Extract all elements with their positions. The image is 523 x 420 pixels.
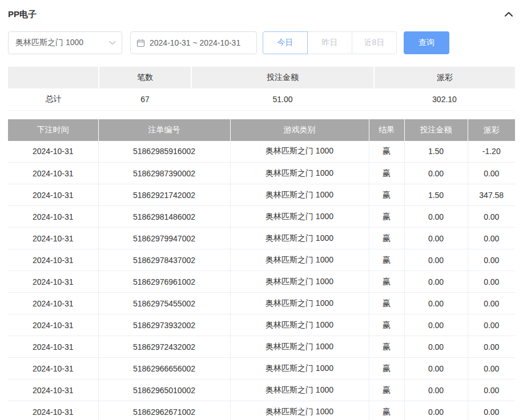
cell-order-number: 51862972432002 — [98, 336, 230, 358]
table-row: 2024-10-3151862987390002奥林匹斯之门 1000赢0.00… — [8, 163, 515, 184]
cell-order-number: 51862921742002 — [98, 184, 230, 206]
cell-payout: 0.00 — [468, 336, 515, 358]
cell-payout: 0.00 — [468, 249, 515, 271]
cell-bet-time: 2024-10-31 — [8, 184, 98, 206]
cell-result: 赢 — [369, 336, 404, 358]
cell-result: 赢 — [369, 358, 404, 379]
cell-bet-amount: 0.00 — [404, 358, 468, 379]
cell-bet-amount: 0.00 — [404, 163, 468, 184]
table-row: 2024-10-3151862979947002奥林匹斯之门 1000赢0.00… — [8, 228, 515, 249]
cell-result: 赢 — [369, 314, 404, 336]
cell-bet-time: 2024-10-31 — [8, 271, 98, 293]
cell-bet-amount: 0.00 — [404, 336, 468, 358]
col-header-order-number: 注单编号 — [98, 119, 230, 141]
cell-game-type: 奥林匹斯之门 1000 — [230, 228, 369, 249]
cell-result: 赢 — [369, 249, 404, 271]
summary-header-empty — [8, 67, 99, 88]
table-row: 2024-10-3151862978437002奥林匹斯之门 1000赢0.00… — [8, 249, 515, 271]
cell-result: 赢 — [369, 163, 404, 184]
summary-total-label: 总计 — [8, 88, 99, 110]
cell-game-type: 奥林匹斯之门 1000 — [230, 401, 369, 420]
cell-result: 赢 — [369, 206, 404, 228]
cell-game-type: 奥林匹斯之门 1000 — [230, 141, 369, 163]
cell-bet-time: 2024-10-31 — [8, 228, 98, 249]
cell-payout: -1.20 — [468, 141, 515, 163]
cell-order-number: 51862962671002 — [98, 401, 230, 420]
cell-order-number: 51862976961002 — [98, 271, 230, 293]
cell-payout: 0.00 — [468, 293, 515, 314]
table-row: 2024-10-3151862965010002奥林匹斯之门 1000赢0.00… — [8, 379, 515, 401]
cell-game-type: 奥林匹斯之门 1000 — [230, 271, 369, 293]
table-row: 2024-10-3151862976961002奥林匹斯之门 1000赢0.00… — [8, 271, 515, 293]
table-row: 2024-10-3151862981486002奥林匹斯之门 1000赢0.00… — [8, 206, 515, 228]
cell-order-number: 51862965010002 — [98, 379, 230, 401]
cell-order-number: 51862979947002 — [98, 228, 230, 249]
cell-order-number: 51862975455002 — [98, 293, 230, 314]
cell-bet-time: 2024-10-31 — [8, 293, 98, 314]
calendar-icon — [136, 39, 145, 47]
cell-payout: 0.00 — [468, 206, 515, 228]
col-header-bet-time: 下注时间 — [8, 119, 98, 141]
cell-payout: 0.00 — [468, 271, 515, 293]
table-row: 2024-10-3151862972432002奥林匹斯之门 1000赢0.00… — [8, 336, 515, 358]
table-row: 2024-10-3151862973932002奥林匹斯之门 1000赢0.00… — [8, 314, 515, 336]
col-header-bet-amount: 投注金额 — [404, 119, 468, 141]
cell-order-number: 51862985916002 — [98, 141, 230, 163]
cell-game-type: 奥林匹斯之门 1000 — [230, 336, 369, 358]
cell-bet-time: 2024-10-31 — [8, 401, 98, 420]
cell-bet-amount: 0.00 — [404, 249, 468, 271]
table-header-row: 下注时间 注单编号 游戏类别 结果 投注金额 派彩 — [8, 119, 515, 141]
quick-filter-yesterday-button[interactable]: 昨日 — [307, 31, 352, 54]
table-row: 2024-10-3151862921742002奥林匹斯之门 1000赢1.50… — [8, 184, 515, 206]
cell-bet-time: 2024-10-31 — [8, 314, 98, 336]
cell-bet-time: 2024-10-31 — [8, 336, 98, 358]
summary-total-row: 总计 67 51.00 302.10 — [8, 88, 515, 110]
cell-game-type: 奥林匹斯之门 1000 — [230, 293, 369, 314]
cell-bet-amount: 1.50 — [404, 141, 468, 163]
table-row: 2024-10-3151862966656002奥林匹斯之门 1000赢0.00… — [8, 358, 515, 379]
cell-order-number: 51862981486002 — [98, 206, 230, 228]
quick-filter-today-button[interactable]: 今日 — [263, 31, 308, 54]
cell-game-type: 奥林匹斯之门 1000 — [230, 184, 369, 206]
quick-filter-last-8-days-button[interactable]: 近8日 — [352, 31, 397, 54]
cell-result: 赢 — [369, 184, 404, 206]
cell-bet-amount: 0.00 — [404, 206, 468, 228]
cell-order-number: 51862987390002 — [98, 163, 230, 184]
cell-bet-amount: 1.50 — [404, 184, 468, 206]
cell-bet-amount: 0.00 — [404, 271, 468, 293]
table-row: 2024-10-3151862975455002奥林匹斯之门 1000赢0.00… — [8, 293, 515, 314]
bet-records-table: 下注时间 注单编号 游戏类别 结果 投注金额 派彩 2024-10-315186… — [8, 119, 515, 420]
collapse-chevron-up-icon[interactable] — [502, 9, 515, 19]
col-header-payout: 派彩 — [468, 119, 515, 141]
cell-bet-amount: 0.00 — [404, 314, 468, 336]
quick-filter-group: 今日昨日近8日 — [263, 31, 397, 54]
cell-bet-amount: 0.00 — [404, 228, 468, 249]
table-row: 2024-10-3151862985916002奥林匹斯之门 1000赢1.50… — [8, 141, 515, 163]
col-header-result: 结果 — [369, 119, 404, 141]
cell-order-number: 51862978437002 — [98, 249, 230, 271]
cell-result: 赢 — [369, 401, 404, 420]
cell-bet-time: 2024-10-31 — [8, 163, 98, 184]
summary-payout-value: 302.10 — [374, 88, 515, 110]
cell-result: 赢 — [369, 228, 404, 249]
table-row: 2024-10-3151862962671002奥林匹斯之门 1000赢0.00… — [8, 401, 515, 420]
date-range-picker[interactable]: 2024-10-31 ~ 2024-10-31 — [130, 31, 257, 54]
cell-payout: 0.00 — [468, 163, 515, 184]
cell-game-type: 奥林匹斯之门 1000 — [230, 314, 369, 336]
game-select[interactable]: 奥林匹斯之门 1000 — [8, 31, 122, 54]
summary-bet-amount-value: 51.00 — [191, 88, 374, 110]
panel-header: PP电子 — [8, 0, 515, 29]
search-button[interactable]: 查询 — [404, 31, 449, 54]
cell-game-type: 奥林匹斯之门 1000 — [230, 358, 369, 379]
cell-bet-amount: 0.00 — [404, 293, 468, 314]
cell-bet-amount: 0.00 — [404, 401, 468, 420]
filter-row: 奥林匹斯之门 1000 2024-10-31 ~ 2024-10-31 今日昨日… — [8, 31, 515, 54]
cell-game-type: 奥林匹斯之门 1000 — [230, 163, 369, 184]
summary-header-row: 笔数 投注金额 派彩 — [8, 67, 515, 88]
cell-result: 赢 — [369, 293, 404, 314]
summary-header-count: 笔数 — [99, 67, 191, 88]
summary-table: 笔数 投注金额 派彩 总计 67 51.00 302.10 — [8, 67, 515, 111]
chevron-down-icon — [109, 41, 116, 45]
cell-game-type: 奥林匹斯之门 1000 — [230, 249, 369, 271]
cell-game-type: 奥林匹斯之门 1000 — [230, 379, 369, 401]
